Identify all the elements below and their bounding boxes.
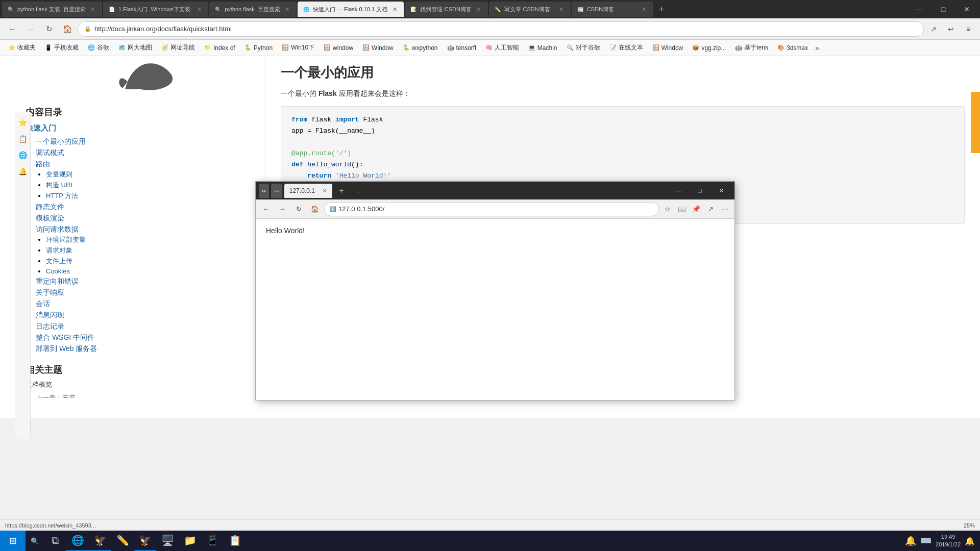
float-reload-btn[interactable]: ↻ bbox=[291, 202, 306, 216]
toc-link-3[interactable]: 路由 bbox=[36, 160, 50, 168]
tab-3[interactable]: 🔍 python flask_百度搜索 ✕ bbox=[209, 2, 297, 17]
tab-4-close[interactable]: ✕ bbox=[390, 5, 399, 13]
bookmark-ai[interactable]: 🧠 人工智能 bbox=[481, 41, 523, 55]
bookmark-window2[interactable]: 🪟 Window bbox=[358, 41, 398, 55]
tab-3-close[interactable]: ✕ bbox=[283, 5, 291, 13]
toc-link-13[interactable]: 部署到 Web 服务器 bbox=[36, 344, 97, 353]
hub-button[interactable]: ≡ bbox=[961, 21, 976, 37]
tab-1-close[interactable]: ✕ bbox=[89, 5, 97, 13]
home-button[interactable]: 🏠 bbox=[59, 21, 76, 37]
sidebar-weibo-btn[interactable]: 🌐 bbox=[17, 149, 29, 161]
toc-link-2[interactable]: 调试模式 bbox=[36, 148, 64, 157]
tab-5[interactable]: 📝 找到管理-CSDN博客 ✕ bbox=[405, 2, 488, 17]
bookmark-online-text[interactable]: 📝 在线文本 bbox=[605, 41, 647, 55]
toc-sublink-env[interactable]: 环境局部变量 bbox=[46, 236, 86, 243]
bookmark-google2[interactable]: 🔍 对于谷歌 bbox=[562, 41, 604, 55]
taskbar-notification-bell[interactable]: 🔔 bbox=[965, 536, 975, 546]
float-address-bar[interactable]: ℹ️ 127.0.0.1:5000/ bbox=[324, 202, 659, 216]
float-tab-more[interactable]: ⌄ bbox=[353, 184, 366, 197]
reload-button[interactable]: ↻ bbox=[41, 21, 57, 37]
minimize-button[interactable]: — bbox=[909, 2, 931, 17]
float-forward-btn[interactable]: → bbox=[275, 202, 289, 216]
bookmark-python[interactable]: 🐍 Python bbox=[240, 41, 277, 55]
side-panel[interactable] bbox=[971, 92, 980, 153]
share-button[interactable]: ↗ bbox=[926, 21, 941, 37]
float-tab-active[interactable]: 127.0.0.1 ✕ bbox=[284, 184, 332, 198]
toc-link-6[interactable]: 访问请求数据 bbox=[36, 225, 79, 233]
bookmark-win10[interactable]: 🪟 Win10下 bbox=[278, 41, 318, 55]
close-button[interactable]: ✕ bbox=[955, 2, 978, 17]
toc-link-11[interactable]: 日志记录 bbox=[36, 322, 64, 330]
bookmark-tens[interactable]: 🤖 基于tens bbox=[731, 41, 772, 55]
toc-sublink-3[interactable]: HTTP 方法 bbox=[46, 192, 78, 199]
float-tab-rect[interactable]: ▭ bbox=[271, 184, 282, 198]
bookmark-window1[interactable]: 🪟 window bbox=[320, 41, 357, 55]
taskbar-browser-icon[interactable]: 🦅 bbox=[134, 531, 156, 551]
taskbar-folder-icon[interactable]: 📁 bbox=[179, 531, 201, 551]
float-tab-close[interactable]: ✕ bbox=[322, 187, 327, 194]
bookmark-tensorflow[interactable]: 🤖 tensorfl bbox=[443, 41, 480, 55]
float-share-icon[interactable]: ↗ bbox=[704, 203, 717, 216]
address-bar[interactable]: 🔒 http://docs.jinkan.org/docs/flask/quic… bbox=[78, 21, 924, 37]
bookmark-favorites[interactable]: ⭐ 收藏夹 bbox=[4, 41, 40, 55]
toc-link-4[interactable]: 静态文件 bbox=[36, 203, 64, 211]
float-favorite-icon[interactable]: ☆ bbox=[661, 203, 674, 216]
bookmark-window3[interactable]: 🪟 Window bbox=[648, 41, 688, 55]
toc-sublink-upload[interactable]: 文件上传 bbox=[46, 257, 72, 265]
new-tab-button[interactable]: + bbox=[654, 2, 669, 16]
toc-link-1[interactable]: 一个最小的应用 bbox=[36, 137, 86, 145]
float-read-icon[interactable]: 📖 bbox=[675, 203, 689, 216]
toc-link-7[interactable]: 重定向和错误 bbox=[36, 277, 79, 285]
bookmark-nav[interactable]: 🧭 网址导航 bbox=[157, 41, 199, 55]
taskbar-settings-icon[interactable]: 🖥️ bbox=[156, 531, 179, 551]
tab-2[interactable]: 📄 1.Flask入门_Windows下安装· ✕ bbox=[103, 2, 208, 17]
taskbar-pen-icon[interactable]: ✏️ bbox=[111, 531, 134, 551]
forward-button[interactable]: → bbox=[22, 21, 39, 37]
tab-6[interactable]: ✏️ 写文章-CSDN博客 ✕ bbox=[489, 2, 571, 17]
bookmark-index[interactable]: 📁 Index of bbox=[200, 41, 239, 55]
toc-link-5[interactable]: 模板渲染 bbox=[36, 214, 64, 222]
bookmark-mobile[interactable]: 📱 手机收藏 bbox=[41, 41, 83, 55]
float-close-btn[interactable]: ✕ bbox=[711, 184, 731, 198]
toc-link-8[interactable]: 关于响应 bbox=[36, 288, 64, 296]
taskbar-task-view[interactable]: ⧉ bbox=[44, 531, 66, 551]
bookmark-machine[interactable]: 💻 Machin bbox=[524, 41, 561, 55]
float-pin-icon[interactable]: 📌 bbox=[690, 203, 703, 216]
float-minimize-btn[interactable]: — bbox=[668, 184, 689, 198]
sidebar-notification-btn[interactable]: 🔔 bbox=[17, 165, 29, 178]
bookmark-wxpython[interactable]: 🐍 wxpython bbox=[399, 41, 442, 55]
tab-6-close[interactable]: ✕ bbox=[557, 5, 566, 13]
favorites-button[interactable]: ↩ bbox=[943, 21, 959, 37]
toc-sublink-1[interactable]: 变量规则 bbox=[46, 170, 72, 178]
float-maximize-btn[interactable]: □ bbox=[690, 184, 710, 198]
prev-chapter-link[interactable]: 上一章：安装 bbox=[36, 394, 76, 398]
bookmark-vgg[interactable]: 📦 vgg.zip... bbox=[688, 41, 730, 55]
start-button[interactable]: ⊞ bbox=[0, 531, 26, 551]
float-back-btn[interactable]: ← bbox=[259, 202, 273, 216]
tab-7[interactable]: 📰 CSDN博客 ✕ bbox=[572, 2, 653, 17]
taskbar-search-button[interactable]: 🔍 bbox=[26, 531, 44, 551]
toc-link-9[interactable]: 会话 bbox=[36, 299, 50, 308]
sidebar-favorites-btn[interactable]: ⭐ bbox=[17, 116, 29, 129]
bookmark-web-map[interactable]: 🗺️ 网大地图 bbox=[114, 41, 156, 55]
tab-4-active[interactable]: 🌐 快速入门 — Flask 0.10.1 文档 ✕ bbox=[298, 2, 404, 17]
taskbar-phone-icon[interactable]: 📱 bbox=[201, 531, 224, 551]
toc-link-12[interactable]: 整合 WSGI 中间件 bbox=[36, 333, 94, 341]
bookmark-more-button[interactable]: » bbox=[813, 44, 821, 52]
float-new-tab-button[interactable]: + bbox=[334, 184, 349, 198]
bookmark-google[interactable]: 🌐 谷歌 bbox=[84, 41, 113, 55]
taskbar-ie-icon[interactable]: 🌐 bbox=[66, 531, 89, 551]
tab-1[interactable]: 🔍 python flask 安装_百度搜索 ✕ bbox=[2, 2, 102, 17]
float-home-btn[interactable]: 🏠 bbox=[308, 202, 322, 216]
float-more-icon[interactable]: ⋯ bbox=[718, 203, 731, 216]
tab-7-close[interactable]: ✕ bbox=[640, 5, 648, 13]
bookmark-3dsmax[interactable]: 🎨 3dsmax bbox=[773, 41, 812, 55]
float-tab-square[interactable]: ▪▪ bbox=[259, 184, 269, 198]
toc-sublink-req[interactable]: 请求对象 bbox=[46, 246, 72, 254]
tab-2-close[interactable]: ✕ bbox=[195, 5, 203, 13]
back-button[interactable]: ← bbox=[4, 21, 20, 37]
toc-sublink-2[interactable]: 构造 URL bbox=[46, 181, 75, 189]
sidebar-reading-btn[interactable]: 📋 bbox=[17, 133, 29, 145]
tab-5-close[interactable]: ✕ bbox=[475, 5, 483, 13]
taskbar-edge-icon[interactable]: 🦅 bbox=[89, 531, 111, 551]
